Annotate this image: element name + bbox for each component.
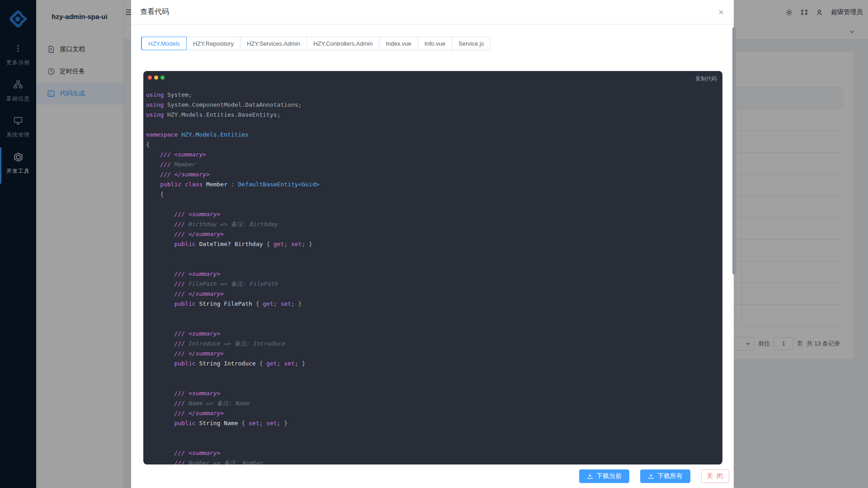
code-line: /// Introduce => 备注: Introduce (146, 339, 720, 349)
code-line: using System; (146, 90, 720, 100)
code-line: /// Birthday => 备注: Birthday (146, 219, 720, 229)
code-line (146, 428, 720, 438)
code-line (146, 199, 720, 209)
close-button[interactable]: 关 闭 (701, 469, 729, 483)
download-all-button[interactable]: 下载所有 (640, 469, 690, 483)
code-line: /// <summary> (146, 269, 720, 279)
code-line: { (146, 140, 720, 150)
code-line: /// </summary> (146, 349, 720, 359)
code-line: namespace HZY.Models.Entities (146, 130, 720, 140)
code-line: public String Name { set; set; } (146, 418, 720, 428)
scrollbar-thumb[interactable] (732, 27, 736, 275)
tab-hzy-services-admin[interactable]: HZY.Services.Admin (241, 37, 307, 50)
code-line: /// </summary> (146, 229, 720, 239)
app-root: 更多示例基础信息系统管理开发工具 hzy-admin-spa-ui 接口文档定时… (0, 0, 868, 488)
tab-hzy-controllers-admin[interactable]: HZY.Controllers.Admin (307, 37, 379, 50)
code-line: public DateTime? Birthday { get; set; } (146, 239, 720, 249)
code-line: using System.ComponentModel.DataAnnotati… (146, 100, 720, 110)
dialog-header: 查看代码 (131, 0, 734, 24)
code-line: { (146, 190, 720, 199)
dialog-footer: 下载当前 下载所有 关 闭 (579, 469, 729, 483)
green-dot-icon (160, 76, 165, 80)
code-line: public String Introduce { get; set; } (146, 359, 720, 369)
code-line (146, 259, 720, 269)
download-current-button[interactable]: 下载当前 (579, 469, 629, 483)
code-line: /// <summary> (146, 209, 720, 219)
tab-info-vue[interactable]: Info.vue (418, 37, 452, 50)
code-line: /// Name => 备注: Name (146, 398, 720, 408)
code-line (146, 249, 720, 259)
view-code-dialog: 查看代码 HZY.ModelsHZY.RepositoryHZY.Service… (131, 0, 734, 488)
code-line (146, 438, 720, 448)
code-line: /// <summary> (146, 389, 720, 398)
code-line: public String FilePath { get; set; } (146, 299, 720, 309)
code-line (146, 309, 720, 319)
code-block: 复制代码 using System;using System.Component… (143, 71, 722, 464)
code-line: /// FilePath => 备注: FilePath (146, 279, 720, 289)
code-line: /// Member (146, 160, 720, 170)
code-line: /// Number => 备注: Number (146, 458, 720, 464)
tab-hzy-models[interactable]: HZY.Models (142, 37, 187, 50)
code-line: /// <summary> (146, 329, 720, 339)
code-line: /// <summary> (146, 448, 720, 458)
code-line: /// <summary> (146, 150, 720, 160)
code-line (146, 319, 720, 329)
dialog-title: 查看代码 (140, 7, 169, 17)
code-line (146, 120, 720, 130)
code-line: /// </summary> (146, 170, 720, 180)
code-line (146, 369, 720, 379)
code-content: using System;using System.ComponentModel… (146, 90, 720, 464)
tab-index-vue[interactable]: Index.vue (379, 37, 418, 50)
window-dots-icon (148, 76, 165, 80)
code-file-tabs: HZY.ModelsHZY.RepositoryHZY.Services.Adm… (142, 37, 491, 50)
code-line: /// </summary> (146, 408, 720, 418)
code-line: /// </summary> (146, 289, 720, 299)
code-line: using HZY.Models.Entities.BaseEntitys; (146, 110, 720, 120)
code-line (146, 379, 720, 389)
yellow-dot-icon (154, 76, 158, 80)
code-line: public class Member : DefaultBaseEntity<… (146, 180, 720, 190)
red-dot-icon (148, 76, 152, 80)
close-icon[interactable] (716, 7, 726, 18)
copy-code-button[interactable]: 复制代码 (695, 75, 717, 83)
tab-hzy-repository[interactable]: HZY.Repository (187, 37, 241, 50)
tab-service-js[interactable]: Service.js (452, 37, 491, 50)
